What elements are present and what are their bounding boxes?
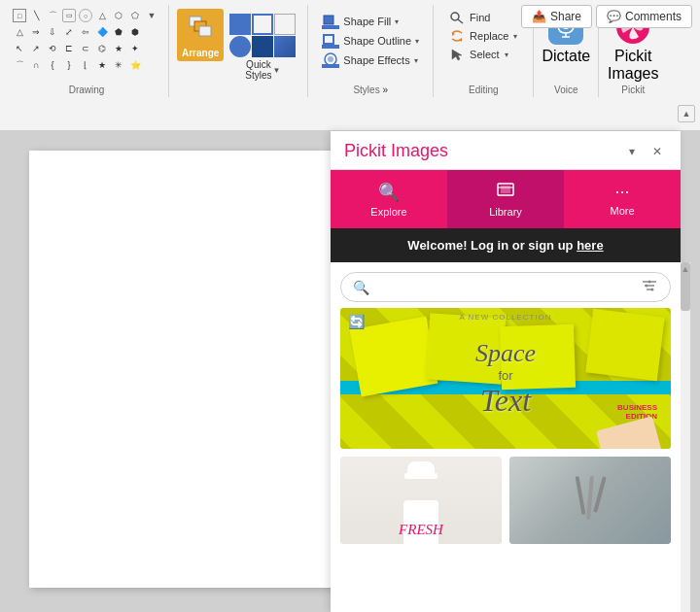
shape-outline-button[interactable]: Shape Outline ▾ — [320, 32, 421, 50]
pickit-panel-header: Pickit Images ▾ ✕ — [331, 131, 681, 170]
thumb-tools[interactable]: ● — [509, 457, 671, 544]
comments-button[interactable]: 💬 Comments — [596, 5, 692, 28]
tab-more[interactable]: ··· More — [564, 170, 681, 228]
draw-icon-13[interactable]: ⇦ — [79, 25, 92, 39]
quick-styles-dropdown-arrow: ▼ — [273, 66, 281, 75]
draw-icon-34[interactable]: ⭐ — [128, 58, 142, 72]
svg-point-25 — [646, 285, 648, 288]
arrange-button[interactable]: Arrange — [177, 9, 224, 61]
welcome-text: Welcome! Log in or sign up — [407, 238, 577, 253]
svg-point-8 — [328, 56, 333, 62]
draw-icon-17[interactable] — [145, 25, 158, 39]
shape-outline-arrow: ▾ — [415, 37, 419, 46]
replace-icon — [449, 29, 465, 43]
shape-fill-button[interactable]: Shape Fill ▾ — [320, 13, 421, 30]
draw-icon-30[interactable]: } — [62, 58, 76, 72]
draw-icon-9[interactable]: △ — [13, 25, 26, 39]
draw-icon-16[interactable]: ⬢ — [128, 25, 142, 39]
more-label: More — [610, 205, 634, 217]
search-input[interactable] — [375, 280, 635, 294]
svg-point-26 — [651, 289, 654, 291]
fresh-label: FRESH — [399, 522, 443, 538]
pickit-scrollbar[interactable]: ▲ — [681, 262, 690, 612]
editing-controls: Find Replace ▾ Select — [441, 5, 525, 67]
collection-label: A NEW COLLECTION — [459, 313, 551, 322]
filter-icon[interactable] — [641, 278, 658, 296]
library-label: Library — [489, 206, 522, 218]
find-button[interactable]: Find — [447, 10, 519, 25]
draw-icon-27[interactable]: ⌒ — [13, 58, 26, 72]
ribbon-group-arrange: Arrange Quick Styles — [169, 5, 308, 97]
draw-icon-26[interactable] — [145, 42, 158, 55]
share-label: Share — [550, 10, 581, 23]
featured-image[interactable]: Space for Text 🔄 A NEW COLLECTION BUSINE… — [340, 308, 671, 449]
svg-rect-19 — [501, 186, 510, 193]
ribbon-group-drawing: □ ╲ ⌒ ▭ ○ △ ⬡ ⬠ ▼ △ ⇒ ⇩ ⤢ ⇦ 🔷 ⬟ ⬢ ↖ — [5, 5, 169, 97]
draw-icon-1[interactable]: □ — [13, 9, 26, 22]
draw-icon-6[interactable]: △ — [95, 9, 109, 22]
shape-effects-button[interactable]: Shape Effects ▾ — [320, 51, 421, 69]
welcome-bar: Welcome! Log in or sign up here — [331, 228, 681, 262]
share-button[interactable]: 📤 Share — [521, 5, 592, 28]
replace-button[interactable]: Replace ▾ — [447, 28, 519, 44]
shape-fill-label: Shape Fill — [343, 16, 391, 27]
select-arrow: ▾ — [505, 51, 508, 59]
tab-library[interactable]: Library — [447, 170, 564, 228]
draw-icon-22[interactable]: ⊂ — [79, 42, 92, 55]
draw-icon-31[interactable]: ⌊ — [79, 58, 92, 72]
scroll-up-arrow[interactable]: ▲ — [681, 262, 690, 274]
editing-group-label: Editing — [469, 85, 499, 97]
draw-icon-18[interactable]: ↖ — [13, 42, 26, 55]
ribbon-group-editing: Find Replace ▾ Select — [434, 5, 534, 97]
featured-refresh-icon: 🔄 — [348, 314, 365, 329]
draw-icon-2[interactable]: ╲ — [29, 9, 43, 22]
draw-icon-12[interactable]: ⤢ — [62, 25, 76, 39]
svg-line-11 — [458, 19, 463, 23]
comments-label: Comments — [625, 10, 682, 23]
select-icon — [449, 48, 465, 61]
ribbon-expand-button[interactable]: ▲ — [678, 105, 695, 122]
draw-icon-15[interactable]: ⬟ — [112, 25, 125, 39]
shape-effects-arrow: ▾ — [414, 56, 418, 65]
draw-icon-5[interactable]: ○ — [79, 9, 92, 22]
panel-close-button[interactable]: ✕ — [648, 142, 667, 161]
draw-icon-8[interactable]: ⬠ — [128, 9, 142, 22]
welcome-link[interactable]: here — [577, 238, 603, 253]
draw-icon-25[interactable]: ✦ — [128, 42, 142, 55]
dictate-label: Dictate — [542, 48, 590, 65]
svg-marker-13 — [459, 38, 462, 42]
shape-effects-icon — [322, 52, 339, 68]
svg-rect-9 — [322, 64, 339, 68]
pickit-tabs: 🔍 Explore Library ··· More — [331, 170, 681, 228]
draw-icon-32[interactable]: ★ — [95, 58, 109, 72]
panel-dropdown-button[interactable]: ▾ — [622, 142, 642, 161]
draw-icon-23[interactable]: ⌬ — [95, 42, 109, 55]
shape-controls: Shape Fill ▾ Shape Outline ▾ — [316, 5, 425, 74]
draw-icon-expand[interactable]: ▼ — [145, 9, 158, 22]
draw-icon-24[interactable]: ★ — [112, 42, 125, 55]
find-icon — [449, 11, 465, 24]
pickit-images-label: Pickit Images — [608, 48, 658, 83]
quick-styles-button[interactable]: Quick Styles ▼ — [226, 9, 299, 84]
title-bar: 📤 Share 💬 Comments — [521, 0, 700, 29]
draw-icon-3[interactable]: ⌒ — [46, 9, 59, 22]
explore-icon: 🔍 — [378, 182, 400, 203]
tab-explore[interactable]: 🔍 Explore — [331, 170, 447, 228]
draw-icon-14[interactable]: 🔷 — [95, 25, 109, 39]
draw-icon-4[interactable]: ▭ — [62, 9, 76, 22]
draw-icon-19[interactable]: ↗ — [29, 42, 43, 55]
scrollbar-thumb[interactable]: ▲ — [681, 262, 690, 311]
svg-rect-3 — [324, 16, 333, 24]
shape-effects-label: Shape Effects — [343, 54, 409, 66]
select-button[interactable]: Select ▾ — [447, 47, 519, 62]
thumb-chef[interactable]: ● FRESH — [340, 457, 502, 544]
draw-icon-33[interactable]: ✳ — [112, 58, 125, 72]
draw-icon-29[interactable]: { — [46, 58, 59, 72]
draw-icon-7[interactable]: ⬡ — [112, 9, 125, 22]
draw-icon-35[interactable] — [145, 58, 158, 72]
draw-icon-10[interactable]: ⇒ — [29, 25, 43, 39]
draw-icon-21[interactable]: ⊏ — [62, 42, 76, 55]
draw-icon-20[interactable]: ⟲ — [46, 42, 59, 55]
draw-icon-11[interactable]: ⇩ — [46, 25, 59, 39]
draw-icon-28[interactable]: ∩ — [29, 58, 43, 72]
